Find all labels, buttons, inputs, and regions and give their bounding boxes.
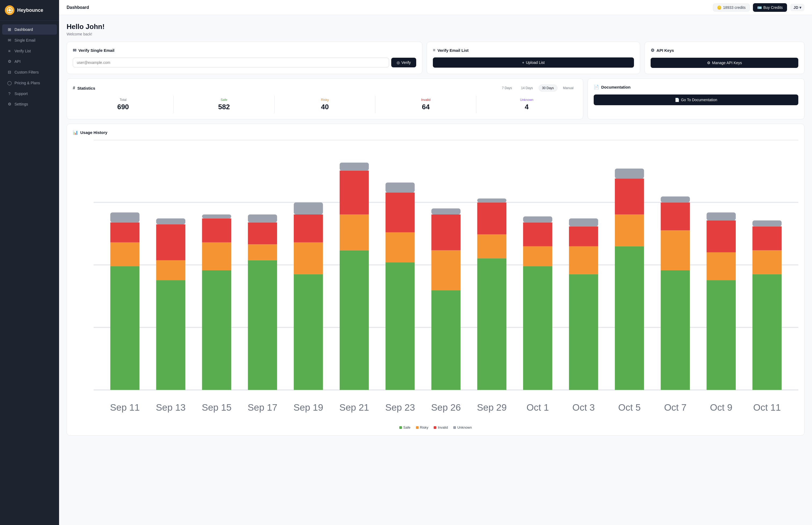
svg-rect-34 <box>340 251 369 390</box>
stats-tab-30days[interactable]: 30 Days <box>538 85 558 91</box>
svg-rect-55 <box>523 246 552 266</box>
stat-unknown-value: 4 <box>477 103 576 111</box>
list-icon: ≡ <box>7 49 12 53</box>
sidebar-item-dashboard[interactable]: ⊞ Dashboard <box>2 25 57 35</box>
svg-rect-20 <box>202 242 231 270</box>
legend-invalid-label: Invalid <box>438 425 448 430</box>
credits-amount: 18933 credits <box>723 5 746 10</box>
svg-rect-35 <box>340 214 369 251</box>
statistics-numbers: Total 690 Safe 582 Risky 40 Invalid 64 <box>73 96 577 113</box>
user-initials: JD <box>794 5 798 10</box>
legend-unknown-label: Unknown <box>457 425 472 430</box>
svg-rect-39 <box>386 262 415 390</box>
sidebar-item-single-email[interactable]: ✉ Single Email <box>2 35 57 45</box>
go-to-docs-button[interactable]: 📄 Go To Documentation <box>594 94 798 105</box>
svg-rect-64 <box>615 246 644 390</box>
svg-rect-79 <box>752 274 782 390</box>
usage-history-title: Usage History <box>80 130 107 135</box>
svg-rect-82 <box>752 220 782 226</box>
verify-icon: ◎ <box>397 60 400 65</box>
legend-invalid: Invalid <box>434 425 448 430</box>
chart-legend: Safe Risky Invalid Unknown <box>73 425 798 430</box>
upload-list-button[interactable]: + Upload List <box>433 57 634 68</box>
svg-rect-51 <box>477 202 506 234</box>
sidebar-item-label: Support <box>15 91 28 96</box>
legend-safe-dot <box>399 426 402 429</box>
usage-history-header: 📊 Usage History <box>73 130 798 135</box>
sidebar-item-api[interactable]: ⚙ API <box>2 56 57 66</box>
svg-rect-40 <box>386 232 415 262</box>
svg-rect-24 <box>248 260 277 390</box>
svg-rect-76 <box>707 220 736 252</box>
svg-text:Sep 21: Sep 21 <box>339 402 369 412</box>
sidebar-item-verify-list[interactable]: ≡ Verify List <box>2 46 57 56</box>
stat-unknown: Unknown 4 <box>476 96 577 113</box>
svg-rect-29 <box>294 274 323 390</box>
legend-safe-label: Safe <box>403 425 411 430</box>
svg-rect-17 <box>156 219 186 224</box>
sidebar-item-label: Single Email <box>15 38 35 42</box>
stat-unknown-label: Unknown <box>477 98 576 102</box>
svg-rect-66 <box>615 179 644 214</box>
statistics-header: # Statistics <box>73 86 95 90</box>
svg-rect-32 <box>294 202 323 214</box>
user-menu[interactable]: JD ▾ <box>790 4 804 11</box>
verify-button[interactable]: ◎ Verify <box>391 58 416 68</box>
svg-rect-45 <box>431 251 460 290</box>
svg-rect-62 <box>569 219 598 226</box>
stat-safe: Safe 582 <box>174 96 275 113</box>
stat-risky-label: Risky <box>276 98 374 102</box>
svg-rect-47 <box>431 209 460 214</box>
svg-rect-81 <box>752 226 782 250</box>
verify-input-row: ◎ Verify <box>73 58 416 68</box>
stats-tab-14days[interactable]: 14 Days <box>518 85 536 91</box>
svg-text:Oct 11: Oct 11 <box>753 402 781 412</box>
svg-rect-26 <box>248 223 277 244</box>
svg-text:Oct 7: Oct 7 <box>664 402 686 412</box>
svg-rect-25 <box>248 244 277 260</box>
buy-credits-button[interactable]: 🪪 Buy Credits <box>753 3 787 12</box>
svg-text:Sep 11: Sep 11 <box>110 402 140 412</box>
svg-rect-69 <box>661 270 690 390</box>
statistics-card: # Statistics 7 Days 14 Days 30 Days Manu… <box>67 78 583 119</box>
legend-risky: Risky <box>416 425 429 430</box>
email-icon: ✉ <box>7 38 12 43</box>
svg-rect-80 <box>752 251 782 274</box>
manage-api-button[interactable]: ⚙ Manage API Keys <box>651 58 798 68</box>
pricing-icon: ◯ <box>7 80 12 85</box>
svg-rect-16 <box>156 224 186 260</box>
chevron-down-icon: ▾ <box>799 5 801 10</box>
sidebar-item-custom-filters[interactable]: ⊟ Custom Filters <box>2 67 57 77</box>
sidebar-item-pricing[interactable]: ◯ Pricing & Plans <box>2 78 57 88</box>
stat-safe-value: 582 <box>175 103 274 111</box>
svg-rect-57 <box>523 216 552 222</box>
svg-rect-50 <box>477 234 506 258</box>
stats-tab-7days[interactable]: 7 Days <box>498 85 515 91</box>
svg-rect-54 <box>523 266 552 390</box>
verify-list-card: ≡ Verify Email List + Upload List <box>427 42 640 74</box>
stat-invalid-value: 64 <box>377 103 475 111</box>
verify-email-card: ✉ Verify Single Email ◎ Verify <box>67 42 423 74</box>
list-card-icon: ≡ <box>433 48 435 52</box>
stat-risky: Risky 40 <box>275 96 376 113</box>
top-cards-row: ✉ Verify Single Email ◎ Verify ≡ Verify … <box>67 42 804 74</box>
svg-rect-56 <box>523 223 552 246</box>
email-input[interactable] <box>73 58 389 68</box>
svg-rect-74 <box>707 280 736 390</box>
svg-rect-59 <box>569 274 598 390</box>
sidebar-item-support[interactable]: ? Support <box>2 89 57 99</box>
stat-invalid: Invalid 64 <box>375 96 476 113</box>
svg-text:Sep 29: Sep 29 <box>477 402 507 412</box>
sidebar-item-label: Custom Filters <box>15 70 39 74</box>
logo-icon <box>5 5 15 15</box>
stats-tab-manual[interactable]: Manual <box>560 85 577 91</box>
stat-total-label: Total <box>74 98 172 102</box>
sidebar-item-settings[interactable]: ⚙ Settings <box>2 99 57 109</box>
api-card-icon: ⚙ <box>651 48 654 53</box>
sidebar-item-label: Verify List <box>15 49 31 53</box>
verify-email-header: ✉ Verify Single Email <box>73 48 416 53</box>
svg-text:Sep 17: Sep 17 <box>248 402 277 412</box>
svg-text:Oct 3: Oct 3 <box>573 402 595 412</box>
stat-safe-label: Safe <box>175 98 274 102</box>
stats-doc-row: # Statistics 7 Days 14 Days 30 Days Manu… <box>67 78 804 119</box>
